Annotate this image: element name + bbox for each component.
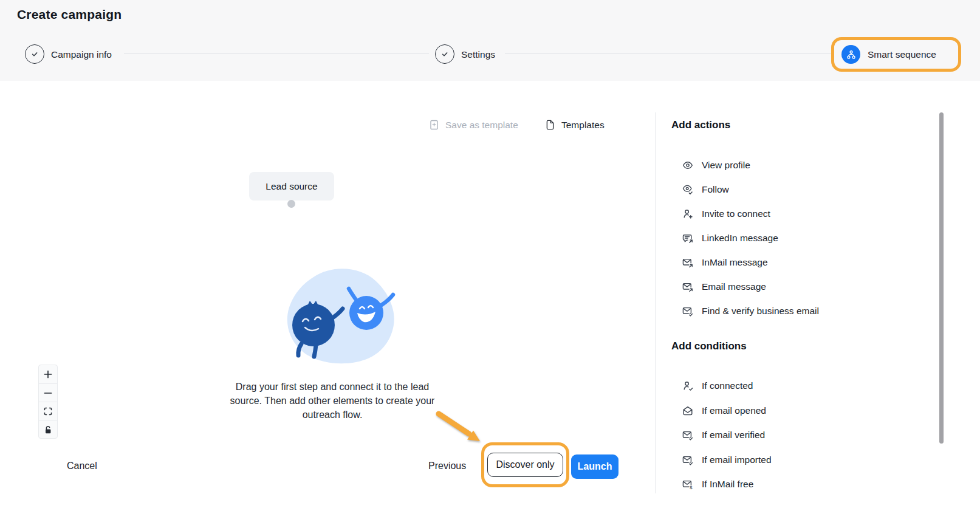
canvas-zoom-controls <box>38 365 58 439</box>
sidebar-item-if-email-imported[interactable]: If email imported <box>682 452 772 468</box>
sidebar-item-find-verify-business-email[interactable]: Find & verify business email <box>682 303 819 319</box>
annotation-highlight-discover-only: Discover only <box>481 442 569 487</box>
sidebar-item-inmail-message[interactable]: InMail message <box>682 255 768 270</box>
save-as-template-button[interactable]: Save as template <box>428 119 518 131</box>
sidebar-item-label: If email opened <box>702 405 766 416</box>
sequence-hierarchy-icon <box>846 49 857 60</box>
stepper-step-campaign-info[interactable] <box>25 44 44 64</box>
file-plus-icon <box>428 119 440 131</box>
file-icon <box>544 119 556 131</box>
sidebar-item-invite-to-connect[interactable]: Invite to connect <box>682 206 770 222</box>
node-connector-dot[interactable] <box>287 200 295 208</box>
header: Create campaign Campaign info Settings S… <box>0 0 980 81</box>
smart-sequence-badge <box>841 45 860 64</box>
create-campaign-page: Create campaign Campaign info Settings S… <box>0 0 980 511</box>
sidebar-item-label: If email verified <box>702 430 765 441</box>
lock-open-icon <box>43 424 53 435</box>
sidebar-item-linkedin-message[interactable]: LinkedIn message <box>682 230 778 246</box>
sidebar-item-if-email-opened[interactable]: If email opened <box>682 403 766 419</box>
sidebar-scrollbar-thumb[interactable] <box>939 112 944 444</box>
instruction-line-3: outreach flow. <box>214 408 451 422</box>
lock-button[interactable] <box>39 420 57 438</box>
previous-button[interactable]: Previous <box>428 461 466 472</box>
sidebar-item-label: Email message <box>702 281 766 292</box>
minus-icon <box>43 388 53 399</box>
zoom-out-button[interactable] <box>39 383 57 402</box>
zoom-in-button[interactable] <box>39 365 57 383</box>
check-icon <box>30 49 39 59</box>
stepper-connector <box>124 53 429 54</box>
sidebar-item-email-message[interactable]: Email message <box>682 279 766 295</box>
fit-view-button[interactable] <box>39 402 57 420</box>
sidebar-item-label: LinkedIn message <box>702 233 778 244</box>
eye-check-icon <box>682 183 694 196</box>
sidebar-item-label: If email imported <box>702 454 772 465</box>
empty-flow-illustration <box>273 260 407 369</box>
launch-button[interactable]: Launch <box>571 454 618 479</box>
stepper-label-campaign-info: Campaign info <box>51 49 112 60</box>
discover-only-label: Discover only <box>496 459 554 470</box>
sidebar-item-label: If connected <box>702 380 753 391</box>
lead-source-node[interactable]: Lead source <box>249 172 334 201</box>
canvas-instruction: Drag your first step and connect it to t… <box>214 380 451 422</box>
annotation-arrow <box>430 408 484 445</box>
chat-arrow-icon <box>682 232 694 244</box>
stepper-label-settings: Settings <box>461 49 495 60</box>
envelope-arrow-icon <box>682 256 694 269</box>
discover-only-button[interactable]: Discover only <box>487 453 563 477</box>
plus-icon <box>43 369 53 380</box>
envelope-check-icon <box>682 429 694 441</box>
sidebar-item-if-connected[interactable]: If connected <box>682 378 753 394</box>
sidebar-item-follow[interactable]: Follow <box>682 182 729 197</box>
stepper-step-smart-sequence[interactable]: Smart sequence <box>831 37 961 72</box>
check-icon <box>440 49 450 59</box>
envelope-dollar-icon: $ <box>682 478 694 490</box>
cancel-button[interactable]: Cancel <box>67 461 97 472</box>
page-title: Create campaign <box>17 7 122 22</box>
templates-button[interactable]: Templates <box>544 119 605 131</box>
stepper-connector <box>505 53 831 54</box>
person-plus-icon <box>682 208 694 220</box>
sidebar-item-label: Follow <box>702 184 729 195</box>
templates-label: Templates <box>561 120 605 131</box>
envelope-arrow-icon <box>682 281 694 293</box>
instruction-line-2: source. Then add other elements to creat… <box>214 394 451 408</box>
sidebar-item-label: View profile <box>702 160 750 171</box>
add-actions-heading: Add actions <box>671 119 730 131</box>
lead-source-label: Lead source <box>266 181 317 192</box>
envelope-check-icon <box>682 305 694 317</box>
save-as-template-label: Save as template <box>445 120 518 131</box>
stepper-label-smart-sequence: Smart sequence <box>868 49 936 60</box>
person-check-icon <box>682 380 694 392</box>
envelope-open-icon <box>682 405 694 417</box>
sidebar-item-label: Invite to connect <box>702 208 770 219</box>
sidebar-divider <box>655 112 656 493</box>
sidebar-item-label: InMail message <box>702 257 768 268</box>
sidebar-item-if-inmail-free[interactable]: $ If InMail free <box>682 476 753 492</box>
svg-text:$: $ <box>690 485 693 490</box>
launch-label: Launch <box>578 461 612 472</box>
sidebar-item-label: If InMail free <box>702 479 753 490</box>
sidebar-item-label: Find & verify business email <box>702 306 819 317</box>
fit-view-icon <box>43 406 53 417</box>
sidebar-item-view-profile[interactable]: View profile <box>682 157 750 173</box>
add-conditions-heading: Add conditions <box>671 340 747 352</box>
sidebar-item-if-email-verified[interactable]: If email verified <box>682 427 765 443</box>
instruction-line-1: Drag your first step and connect it to t… <box>214 380 451 394</box>
envelope-check-icon <box>682 454 694 466</box>
stepper-step-settings[interactable] <box>435 44 454 64</box>
eye-icon <box>682 159 694 171</box>
